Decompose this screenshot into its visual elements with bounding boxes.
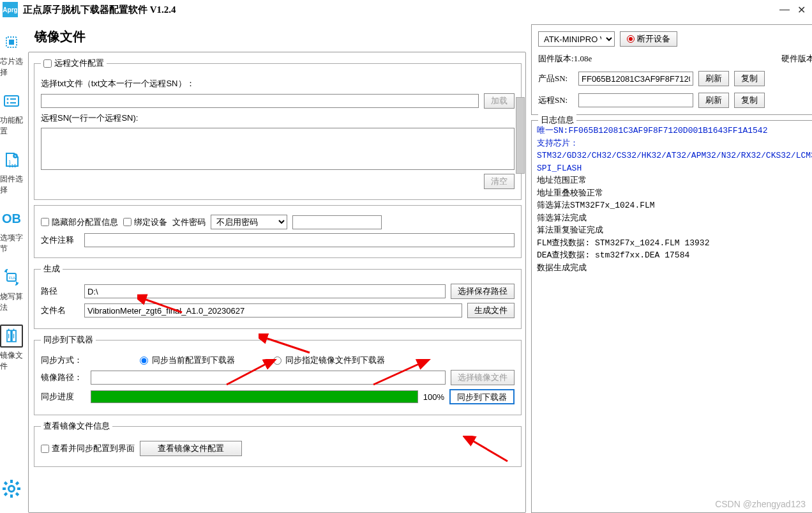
watermark: CSDN @zhengyad123: [715, 499, 806, 509]
svg-text:110: 110: [8, 164, 17, 169]
product-sn-input[interactable]: [578, 72, 693, 86]
remote-sn-input[interactable]: [578, 93, 693, 107]
load-button[interactable]: 加载: [484, 93, 515, 109]
image-file-icon: [0, 325, 23, 348]
clear-button[interactable]: 清空: [484, 174, 515, 189]
view-group: 查看镜像文件信息 查看并同步配置到界面 查看镜像文件配置: [34, 420, 522, 467]
hide-config-checkbox[interactable]: [41, 218, 49, 226]
log-line: 筛选算法STM32F7x_1024.FLM: [537, 199, 812, 212]
firmware-icon: 1110: [0, 148, 23, 171]
img-path-label: 镜像路径：: [41, 372, 86, 383]
log-line: 数据生成完成: [537, 262, 812, 275]
path-label: 路径: [41, 286, 79, 297]
sn-copy-button[interactable]: 复制: [734, 71, 765, 86]
log-content: 唯一SN:FF065B12081C3AF9F8F7120D001B1643FF1…: [537, 125, 812, 274]
log-legend: 日志信息: [538, 114, 576, 126]
svg-point-3: [7, 98, 9, 100]
sidebar-item-chip[interactable]: 芯片选择: [0, 31, 23, 78]
progress-bar: [91, 390, 418, 403]
sidebar-item-config[interactable]: 功能配置: [0, 89, 23, 137]
txt-file-label: 选择txt文件（txt文本一行一个远程SN）：: [41, 78, 207, 89]
sn-label: 产品SN:: [538, 73, 573, 84]
rsn-copy-button[interactable]: 复制: [734, 93, 765, 108]
remote-sn-label: 远程SN(一行一个远程SN):: [41, 112, 138, 124]
remote-legend: 远程文件配置: [54, 57, 104, 69]
sync-legend: 同步到下载器: [41, 334, 96, 346]
config-icon: [0, 89, 23, 112]
svg-rect-27: [4, 492, 8, 496]
password-input[interactable]: [292, 215, 382, 229]
progress-percent: 100%: [423, 392, 444, 402]
log-line: 支持芯片：: [537, 137, 812, 150]
svg-point-5: [7, 102, 9, 104]
scrollbar-thumb[interactable]: [516, 97, 525, 174]
sync-mode2-label: 同步指定镜像文件到下载器: [285, 355, 385, 366]
sidebar-label: 芯片选择: [0, 56, 23, 78]
view-chk-label: 查看并同步配置到界面: [52, 443, 135, 454]
sync-button[interactable]: 同步到下载器: [449, 389, 515, 404]
path-input[interactable]: [84, 284, 446, 298]
view-config-button[interactable]: 查看镜像文件配置: [140, 441, 242, 456]
svg-rect-20: [10, 480, 13, 483]
bind-device-checkbox[interactable]: [123, 218, 132, 226]
sidebar-item-firmware[interactable]: 1110 固件选择: [0, 148, 23, 195]
sync-group: 同步到下载器 同步方式： 同步当前配置到下载器 同步指定镜像文件到下载器 镜像路…: [34, 334, 522, 415]
sidebar-item-image[interactable]: 镜像文件: [0, 325, 23, 372]
remote-enable-checkbox[interactable]: [43, 59, 52, 68]
progress-label: 同步进度: [41, 391, 86, 402]
svg-rect-25: [15, 492, 19, 496]
log-line: 唯一SN:FF065B12081C3AF9F8F7120D001B1643FF1…: [537, 125, 812, 137]
svg-rect-26: [15, 481, 19, 485]
pwd-label: 文件密码: [172, 217, 206, 228]
svg-rect-1: [9, 40, 14, 45]
bind-label: 绑定设备: [134, 217, 167, 228]
sync-mode-file-radio[interactable]: [273, 356, 282, 365]
minimize-button[interactable]: —: [776, 3, 793, 17]
log-line: STM32/GD32/CH32/CS32/HK32/AT32/APM32/N32…: [537, 149, 812, 174]
sn-refresh-button[interactable]: 刷新: [698, 71, 729, 86]
ob-icon: OB: [0, 207, 23, 230]
password-select[interactable]: 不启用密码: [211, 215, 287, 229]
sidebar-settings[interactable]: [0, 477, 23, 500]
image-path-input[interactable]: [91, 371, 446, 385]
generate-button[interactable]: 生成文件: [467, 303, 515, 318]
log-line: 筛选算法完成: [537, 212, 812, 225]
sidebar-item-ob[interactable]: OB 选项字节: [0, 207, 23, 254]
config-scroll-area: 远程文件配置 选择txt文件（txt文本一行一个远程SN）： 加载 远程SN(一…: [28, 52, 526, 513]
view-legend: 查看镜像文件信息: [41, 420, 112, 432]
txt-file-input[interactable]: [41, 94, 479, 108]
remote-sn-textarea[interactable]: [41, 128, 515, 170]
sidebar-label: 烧写算法: [0, 291, 23, 313]
sidebar-item-algo[interactable]: FLM 烧写算法: [0, 266, 23, 313]
sidebar-label: 镜像文件: [0, 350, 23, 372]
svg-rect-2: [4, 96, 19, 106]
view-sync-checkbox[interactable]: [41, 445, 49, 453]
rsn-label: 远程SN:: [538, 95, 573, 106]
filename-label: 文件名: [41, 305, 79, 316]
svg-text:FLM: FLM: [9, 276, 17, 280]
gen-legend: 生成: [41, 263, 63, 275]
algo-icon: FLM: [0, 266, 23, 289]
remote-group: 远程文件配置 选择txt文件（txt文本一行一个远程SN）： 加载 远程SN(一…: [34, 57, 522, 200]
comment-input[interactable]: [84, 233, 515, 247]
sidebar: 芯片选择 功能配置 1110 固件选择 OB 选项字节 FLM 烧写算法: [0, 19, 23, 513]
close-button[interactable]: ✕: [793, 3, 809, 17]
device-select[interactable]: ATK-MINIPRO V2: [538, 31, 615, 47]
sidebar-label: 功能配置: [0, 115, 23, 137]
svg-rect-23: [17, 487, 20, 490]
chip-icon: [0, 31, 23, 54]
title-bar: Aprg 正点原子脱机下载器配置软件 V1.2.4 — ✕: [0, 0, 812, 19]
disconnect-button[interactable]: 断开设备: [620, 31, 677, 47]
filename-input[interactable]: [84, 303, 462, 318]
svg-rect-22: [3, 487, 6, 490]
generate-group: 生成 路径 选择保存路径 文件名 生成文件: [34, 263, 522, 329]
hw-ver-label: 硬件版本:2: [781, 53, 812, 65]
choose-image-button[interactable]: 选择镜像文件: [451, 370, 515, 385]
device-panel: ATK-MINIPRO V2 断开设备 固件升级 固件版本:1.08e 硬件版本…: [531, 24, 812, 115]
rsn-refresh-button[interactable]: 刷新: [698, 93, 729, 108]
log-line: DEA查找数据: stm32f7xx.DEA 17584: [537, 249, 812, 262]
choose-path-button[interactable]: 选择保存路径: [451, 284, 515, 299]
sidebar-label: 选项字节: [0, 233, 23, 254]
hide-label: 隐藏部分配置信息: [52, 217, 118, 228]
sync-mode-current-radio[interactable]: [140, 356, 148, 365]
